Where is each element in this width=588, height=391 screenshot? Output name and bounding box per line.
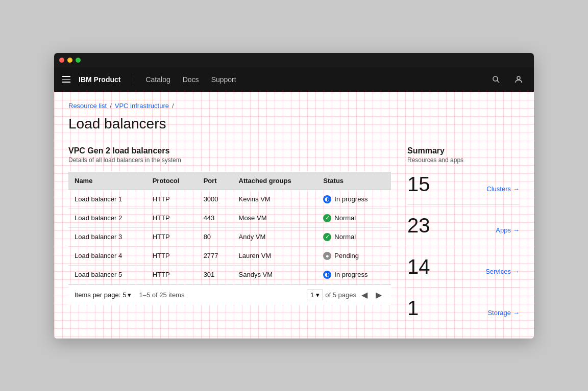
nav-docs[interactable]: Docs (183, 75, 199, 84)
table-header-row: Name Protocol Port Attached groups Statu… (68, 172, 391, 190)
cell-name: Load balancer 5 (68, 265, 146, 284)
items-per-page-label: Items per page: 5 ▾ (75, 291, 131, 299)
summary-items: 15 Clusters → 23 Apps → 14 Services → 1 … (407, 174, 520, 318)
status-icon: ◐ (323, 195, 331, 203)
total-pages: of 5 pages (325, 291, 356, 299)
breadcrumb-sep-2: / (172, 102, 174, 110)
summary-count-2: 14 (407, 256, 430, 277)
status-icon: ● (323, 252, 331, 260)
arrow-right-icon: → (513, 268, 520, 275)
titlebar (54, 53, 534, 67)
page-select[interactable]: 1 ▾ (307, 290, 323, 300)
col-port: Port (198, 172, 233, 190)
cell-status: ● Pending (317, 246, 391, 265)
cell-port: 3000 (198, 190, 233, 208)
table-row: Load balancer 5 HTTP 301 Sandys VM ◐ In … (68, 265, 391, 284)
col-name: Name (68, 172, 146, 190)
content-inner: Resource list / VPC infrastructure / Loa… (54, 92, 534, 338)
brand: IBM Product (79, 75, 133, 84)
status-label: Pending (334, 252, 359, 259)
items-per-page-value: 5 (122, 291, 126, 299)
cell-status: ◐ In progress (317, 190, 391, 208)
table-body: Load balancer 1 HTTP 3000 Kevins VM ◐ In… (68, 190, 391, 284)
status-icon: ✓ (323, 214, 331, 222)
arrow-right-icon: → (513, 309, 520, 317)
app-window: IBM Product Catalog Docs Support (54, 53, 534, 338)
status-label: In progress (334, 271, 368, 278)
table-row: Load balancer 2 HTTP 443 Mose VM ✓ Norma… (68, 208, 391, 227)
cell-protocol: HTTP (146, 246, 198, 265)
breadcrumb: Resource list / VPC infrastructure / (68, 102, 520, 110)
arrow-right-icon: → (513, 226, 520, 234)
pagination-controls: 1 ▾ of 5 pages ◀ ▶ (307, 289, 385, 301)
next-page-button[interactable]: ▶ (373, 289, 385, 301)
summary-link-storage[interactable]: Storage → (487, 309, 520, 317)
current-page: 1 (310, 291, 314, 299)
table-heading: VPC Gen 2 load balancers (68, 146, 391, 155)
cell-name: Load balancer 2 (68, 208, 146, 227)
chevron-down-icon: ▾ (128, 291, 131, 299)
prev-page-button[interactable]: ◀ (358, 289, 371, 301)
nav-catalog[interactable]: Catalog (145, 75, 170, 84)
navbar: IBM Product Catalog Docs Support (54, 67, 534, 92)
cell-attached: Lauren VM (233, 246, 317, 265)
cell-protocol: HTTP (146, 227, 198, 246)
cell-protocol: HTTP (146, 265, 198, 284)
cell-port: 2777 (198, 246, 233, 265)
breadcrumb-sep-1: / (110, 102, 112, 110)
brand-bold: Product (94, 75, 121, 84)
summary-count-3: 1 (407, 298, 419, 318)
cell-attached: Andy VM (233, 227, 317, 246)
items-per-page-select[interactable]: 5 ▾ (122, 291, 131, 299)
summary-count-1: 23 (407, 215, 430, 236)
menu-icon[interactable] (62, 76, 70, 83)
minimize-dot[interactable] (67, 58, 72, 63)
col-status: Status (317, 172, 391, 190)
table-section: VPC Gen 2 load balancers Details of all … (68, 146, 391, 328)
cell-status: ✓ Normal (317, 227, 391, 246)
search-button[interactable] (489, 72, 503, 87)
svg-line-1 (497, 80, 499, 82)
cell-port: 443 (198, 208, 233, 227)
pagination: Items per page: 5 ▾ 1–5 of 25 items 1 ▾ (68, 284, 391, 305)
breadcrumb-vpc[interactable]: VPC infrastructure (115, 102, 169, 110)
close-dot[interactable] (59, 58, 64, 63)
page-title: Load balancers (68, 116, 520, 132)
items-range: 1–5 of 25 items (139, 291, 185, 299)
summary-title: Summary (407, 146, 520, 155)
col-protocol: Protocol (146, 172, 198, 190)
summary-link-label: Clusters (486, 185, 511, 193)
summary-row: 15 Clusters → (407, 174, 520, 194)
summary-link-label: Services (485, 268, 511, 275)
status-label: Normal (334, 214, 356, 222)
cell-name: Load balancer 1 (68, 190, 146, 208)
cell-port: 80 (198, 227, 233, 246)
table-row: Load balancer 1 HTTP 3000 Kevins VM ◐ In… (68, 190, 391, 208)
summary-link-clusters[interactable]: Clusters → (486, 185, 520, 193)
status-label: Normal (334, 233, 356, 241)
cell-protocol: HTTP (146, 208, 198, 227)
main-grid: VPC Gen 2 load balancers Details of all … (68, 146, 520, 328)
cell-attached: Mose VM (233, 208, 317, 227)
summary-link-apps[interactable]: Apps → (496, 226, 520, 234)
svg-point-0 (493, 76, 498, 81)
maximize-dot[interactable] (76, 58, 81, 63)
summary-divider (407, 287, 520, 288)
summary-divider (407, 246, 520, 246)
summary-link-services[interactable]: Services → (485, 268, 520, 275)
summary-count-0: 15 (407, 174, 430, 194)
items-per-page-text: Items per page: (75, 291, 120, 299)
status-icon: ◐ (323, 271, 331, 279)
summary-row: 14 Services → (407, 256, 520, 277)
navbar-links: Catalog Docs Support (145, 75, 489, 84)
navbar-actions (489, 72, 526, 87)
user-button[interactable] (511, 72, 526, 87)
nav-support[interactable]: Support (211, 75, 236, 84)
user-icon (514, 75, 523, 84)
brand-regular: IBM (79, 75, 94, 84)
breadcrumb-resource-list[interactable]: Resource list (68, 102, 107, 110)
page-chevron-icon: ▾ (316, 291, 320, 299)
cell-status: ✓ Normal (317, 208, 391, 227)
table-subheading: Details of all load balancers in the sys… (68, 157, 391, 164)
summary-row: 23 Apps → (407, 215, 520, 236)
